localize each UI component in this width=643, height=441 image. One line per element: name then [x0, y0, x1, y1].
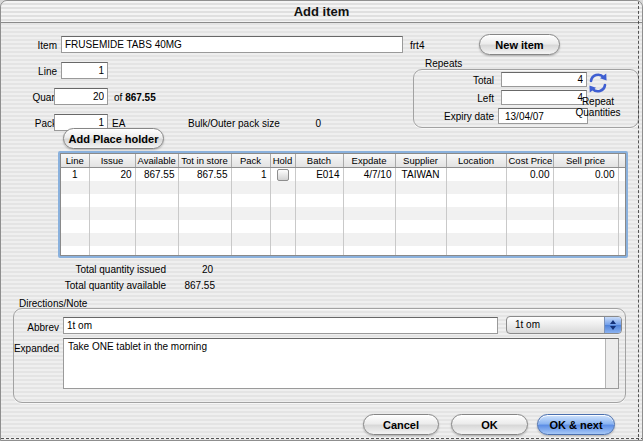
empty-table-row [61, 181, 626, 194]
table-header-row: Line Issue Available Tot in store Pack H… [61, 154, 626, 168]
col-header-issue[interactable]: Issue [89, 154, 135, 168]
dropdown-stepper-icon [604, 317, 621, 333]
bulk-pack-label: Bulk/Outer pack size [188, 118, 280, 129]
expanded-field: Take ONE tablet in the morning [63, 338, 619, 389]
total-issued-value: 20 [166, 264, 213, 275]
bulk-pack-value: 0 [301, 118, 321, 129]
cell-hold [270, 168, 295, 182]
cell-batch: E014 [295, 168, 343, 182]
selection-marquee-right [638, 1, 639, 441]
abbrev-label: Abbrev [15, 322, 59, 333]
repeat-quantities-label-line2: Quantities [575, 107, 620, 118]
total-available-value: 867.55 [166, 280, 215, 291]
total-available-label: Total quantity available [21, 280, 166, 291]
repeat-quantities-label-line1: Repeat [582, 96, 614, 107]
item-code: frt4 [410, 40, 424, 51]
abbrev-dropdown[interactable]: 1t om [506, 316, 622, 334]
cell-issue[interactable]: 20 [89, 168, 135, 182]
col-header-filler [618, 154, 626, 168]
cell-cost-price: 0.00 [506, 168, 553, 182]
quan-label: Quan [15, 92, 57, 103]
expanded-textarea[interactable]: Take ONE tablet in the morning [64, 339, 606, 388]
col-header-available[interactable]: Available [135, 154, 178, 168]
expanded-scrollbar[interactable] [605, 339, 618, 388]
new-item-button[interactable]: New item [479, 34, 560, 55]
cell-expdate: 4/7/10 [343, 168, 395, 182]
ok-and-next-button[interactable]: OK & next [537, 414, 615, 435]
col-header-location[interactable]: Location [446, 154, 506, 168]
cell-sell-price: 0.00 [553, 168, 618, 182]
table-row[interactable]: 1 20 867.55 867.55 1 E014 4/7/10 TAIWAN … [61, 168, 626, 182]
col-header-batch[interactable]: Batch [295, 154, 343, 168]
expanded-label: Expanded [11, 343, 59, 354]
window-title: Add item [294, 4, 350, 19]
cell-pack: 1 [231, 168, 270, 182]
refresh-arrows-icon [587, 72, 609, 94]
repeats-left-label: Left [421, 93, 494, 104]
repeats-expiry-label: Expiry date [421, 111, 494, 122]
hold-checkbox[interactable] [277, 169, 289, 181]
line-input[interactable] [61, 62, 108, 79]
repeats-title: Repeats [425, 58, 462, 69]
repeat-quantities-button[interactable]: Repeat Quantities [559, 71, 637, 126]
cell-tot-in-store: 867.55 [178, 168, 231, 182]
pack-label: Pack [15, 118, 57, 129]
abbrev-dropdown-value: 1t om [507, 317, 604, 333]
abbrev-input[interactable] [63, 317, 498, 334]
selection-marquee-bottom [1, 438, 643, 439]
cancel-button[interactable]: Cancel [363, 414, 439, 435]
cell-location [446, 168, 506, 182]
col-header-tot-in-store[interactable]: Tot in store [178, 154, 231, 168]
empty-table-row [61, 220, 626, 233]
cell-available: 867.55 [135, 168, 178, 182]
col-header-hold[interactable]: Hold [270, 154, 295, 168]
cell-filler [618, 168, 626, 182]
add-placeholder-button[interactable]: Add Place holder [63, 128, 164, 149]
col-header-supplier[interactable]: Supplier [395, 154, 446, 168]
col-header-sell-price[interactable]: Sell price [553, 154, 618, 168]
item-label: Item [15, 40, 57, 51]
cell-supplier: TAIWAN [395, 168, 446, 182]
empty-table-row [61, 207, 626, 220]
ok-button[interactable]: OK [451, 414, 528, 435]
quan-of-total: of 867.55 [114, 92, 156, 103]
col-header-expdate[interactable]: Expdate [343, 154, 395, 168]
empty-table-row [61, 194, 626, 207]
repeats-total-label: Total [421, 75, 494, 86]
item-input[interactable] [61, 36, 403, 53]
cell-line: 1 [61, 168, 89, 182]
line-label: Line [15, 66, 57, 77]
empty-table-row [61, 233, 626, 246]
quan-input[interactable] [54, 88, 108, 105]
col-header-cost-price[interactable]: Cost Price [506, 154, 553, 168]
col-header-pack[interactable]: Pack [231, 154, 270, 168]
total-issued-label: Total quantity issued [21, 264, 166, 275]
empty-table-row [61, 246, 626, 256]
add-item-dialog: Add item Item frt4 New item Line Quan of… [0, 0, 643, 441]
title-bar[interactable]: Add item [1, 1, 642, 23]
col-header-line[interactable]: Line [61, 154, 89, 168]
stock-table: Line Issue Available Tot in store Pack H… [58, 151, 628, 258]
quan-total-value: 867.55 [125, 92, 156, 103]
